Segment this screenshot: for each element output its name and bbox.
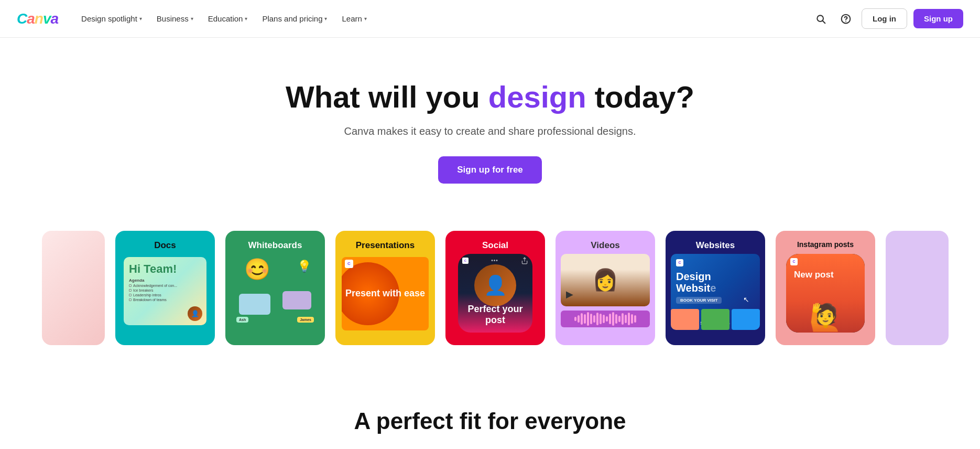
waveform-bar — [622, 313, 624, 325]
social-dots-icon: ••• — [491, 258, 498, 263]
card-pres-label: Presentations — [335, 240, 435, 251]
social-share-icon — [521, 257, 528, 264]
waveform-bar — [612, 312, 614, 326]
waveform-bar — [593, 315, 595, 323]
docs-agenda: Agenda Acknowledgement of con... Ice bre… — [129, 278, 201, 302]
nav-item-education[interactable]: Education ▾ — [202, 10, 254, 27]
card-ig-label: Instagram posts — [776, 240, 875, 249]
help-icon — [841, 14, 851, 24]
card-videos[interactable]: Videos 👩 ▶ — [556, 231, 655, 345]
card-social-label: Social — [445, 240, 545, 251]
waveform-bar — [603, 315, 605, 323]
chevron-down-icon: ▾ — [324, 16, 327, 22]
cards-track: Docs Hi Team! Agenda Acknowledgement of … — [0, 231, 980, 345]
card-wb-inner: 😊 💡 James Ash — [234, 257, 317, 325]
waveform-bar — [584, 314, 586, 324]
card-social[interactable]: Social C ••• 👤 Perfect your post — [445, 231, 545, 345]
card-presentations[interactable]: Presentations C Present with ease — [335, 231, 435, 345]
waveform-bar — [590, 314, 592, 324]
video-frame: 👩 ▶ — [561, 254, 650, 306]
canva-logo[interactable]: Canva — [17, 10, 58, 27]
card-ig-inner: C New post 🙋 — [786, 254, 865, 333]
waveform-bar — [609, 314, 611, 324]
waveform-bar — [587, 312, 589, 326]
card-web-inner: C DesignWebsite BOOK YOUR VISIT ↖ SPEAKE… — [671, 254, 760, 330]
login-button[interactable]: Log in — [862, 8, 907, 29]
waveform-bar — [615, 314, 617, 324]
ig-person-avatar: 🙋 — [809, 302, 842, 333]
signup-button[interactable]: Sign up — [913, 9, 963, 28]
waveform-bar — [606, 316, 608, 322]
wb-tag-ash: Ash — [236, 317, 248, 323]
wb-lightbulb-icon: 💡 — [297, 260, 311, 273]
card-docs-inner: Hi Team! Agenda Acknowledgement of con..… — [124, 257, 206, 325]
card-web-label: Websites — [666, 240, 765, 251]
waveform-bar — [618, 316, 620, 322]
social-person-avatar: 👤 — [474, 264, 516, 306]
web-canva-logo: C — [676, 259, 683, 266]
chevron-down-icon: ▾ — [364, 16, 367, 22]
bottom-section: A perfect fit for everyone — [0, 377, 980, 449]
search-icon — [815, 14, 826, 24]
cards-section: Docs Hi Team! Agenda Acknowledgement of … — [0, 210, 980, 377]
help-button[interactable] — [836, 9, 855, 28]
waveform-bar — [631, 314, 633, 324]
card-social-inner: C ••• 👤 Perfect your post — [458, 254, 532, 333]
svg-line-1 — [823, 20, 825, 23]
play-icon: ▶ — [566, 288, 573, 300]
waveform-bar — [578, 315, 580, 323]
card-videos-label: Videos — [556, 240, 655, 251]
web-logo-bar: C — [676, 259, 755, 266]
hero-section: What will you design today? Canva makes … — [0, 38, 980, 210]
card-docs[interactable]: Docs Hi Team! Agenda Acknowledgement of … — [115, 231, 215, 345]
card-websites[interactable]: Websites C DesignWebsite BOOK YOUR VISIT… — [666, 231, 765, 345]
chevron-down-icon: ▾ — [139, 16, 142, 22]
web-main-text: DesignWebsite — [676, 271, 755, 294]
canva-logo-small: C — [345, 260, 353, 268]
nav-item-business[interactable]: Business ▾ — [150, 10, 200, 27]
waveform-bar — [634, 315, 636, 323]
docs-avatar: 👤 — [188, 306, 202, 321]
waveform-bar — [600, 314, 602, 324]
nav-actions: Log in Sign up — [811, 8, 963, 29]
social-phone-top: C ••• — [462, 257, 528, 264]
hero-subtitle: Canva makes it easy to create and share … — [17, 125, 963, 137]
video-waveform — [561, 311, 650, 327]
card-instagram[interactable]: Instagram posts C New post 🙋 — [776, 231, 875, 345]
ig-phone-screen: C New post 🙋 — [786, 254, 865, 333]
video-person: 👩 — [561, 254, 650, 306]
waveform-bar — [574, 317, 576, 321]
waveform-bar — [581, 313, 583, 325]
card-videos-inner: 👩 ▶ — [561, 254, 650, 327]
cta-button[interactable]: Sign up for free — [438, 156, 542, 184]
docs-greeting: Hi Team! — [129, 262, 201, 276]
search-button[interactable] — [811, 9, 830, 28]
cursor-icon: ↖ — [743, 295, 749, 304]
wb-tag-james: James — [297, 317, 314, 323]
card-docs-label: Docs — [115, 240, 215, 251]
nav-item-design-spotlight[interactable]: Design spotlight ▾ — [75, 10, 148, 27]
web-bottom-images — [671, 309, 760, 330]
chevron-down-icon: ▾ — [245, 16, 247, 22]
ig-canva-logo: C — [790, 258, 798, 265]
card-wb-label: Whiteboards — [225, 240, 325, 251]
wb-emoji: 😊 — [244, 257, 270, 282]
waveform-bar — [625, 315, 627, 323]
navbar: Canva Design spotlight ▾ Business ▾ Educ… — [0, 0, 980, 38]
nav-item-plans[interactable]: Plans and pricing ▾ — [256, 10, 333, 27]
nav-item-learn[interactable]: Learn ▾ — [335, 10, 373, 27]
card-partial-left[interactable] — [42, 231, 105, 345]
waveform-bar — [628, 313, 630, 325]
hero-headline: What will you design today? — [17, 80, 963, 115]
waveform-bar — [596, 313, 598, 325]
card-partial-right[interactable] — [886, 231, 949, 345]
card-pres-inner: C Present with ease — [342, 257, 429, 330]
card-whiteboards[interactable]: Whiteboards 😊 💡 James Ash — [225, 231, 325, 345]
chevron-down-icon: ▾ — [191, 16, 193, 22]
wb-block1 — [239, 294, 270, 315]
ig-overlay-text: New post — [794, 270, 834, 280]
social-overlay-text: Perfect your post — [458, 304, 532, 326]
social-canva-logo: C — [462, 258, 469, 264]
nav-links: Design spotlight ▾ Business ▾ Education … — [75, 10, 811, 27]
web-book-btn: BOOK YOUR VISIT — [676, 297, 722, 304]
